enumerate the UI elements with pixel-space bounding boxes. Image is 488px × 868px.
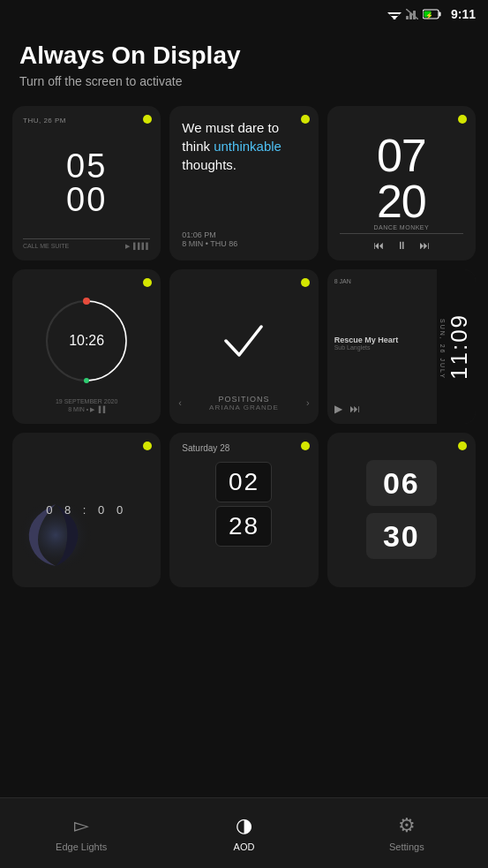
card4-footer: 19 SEPTEMBER 2020 8 MIN • ▶ ▐▐ [56,398,117,413]
card6-controls: ▶ ⏭ [334,403,430,415]
card2-content: We must dare to think unthinkable though… [169,106,318,260]
card4-info: 8 MIN • ▶ ▐▐ [56,406,117,413]
svg-rect-9 [439,12,440,17]
header: Always On Display Turn off the screen to… [0,28,488,97]
settings-label: Settings [389,842,424,852]
card8-date: Saturday 28 [178,443,229,453]
signal-icon [406,9,418,19]
card6-right: SUN, 26 JULY 11:09 [437,269,476,424]
svg-text:⚡: ⚡ [425,11,433,19]
card5-artist: ARIANA GRANDE [189,404,299,411]
card-quote[interactable]: We must dare to think unthinkable though… [169,106,318,260]
svg-point-14 [83,298,90,305]
selected-dot [458,115,467,124]
status-time: 9:11 [451,7,476,21]
card8-minute: 28 [215,506,272,547]
card6-song: Rescue My Heart [334,336,430,344]
edge-lights-label: Edge Lights [56,842,107,852]
nav-settings[interactable]: ⚙ Settings [326,814,488,852]
card3-time: 0720 [377,132,426,224]
card7-clock: 0 8 : 0 0 [46,503,127,517]
card6-content: 8 JAN Rescue My Heart Sub Langlets ▶ ⏭ S… [327,269,476,424]
aod-label: AOD [234,842,255,852]
card4-content: 10:26 19 SEPTEMBER 2020 8 MIN • ▶ ▐▐ [12,269,161,424]
card7-content: 0 8 : 0 0 [12,433,161,587]
card3-content: 0720 DANCE MONKEY ⏮ ⏸ ⏭ [327,106,476,260]
bottom-navigation: ▻ Edge Lights ◑ AOD ⚙ Settings [0,797,488,868]
card3-controls: ⏮ ⏸ ⏭ [340,239,463,252]
play-icon[interactable]: ▶ [334,403,342,415]
svg-point-15 [84,378,89,383]
selected-dot [458,442,467,450]
card5-nav: ‹ POSITIONS ARIANA GRANDE › [178,395,309,411]
card9-hour: 06 [366,460,437,506]
card6-time: 11:09 [446,313,473,380]
aod-icon: ◑ [236,814,252,837]
card2-quote-text: We must dare to think unthinkable though… [182,118,305,174]
card-rotated-date[interactable]: 8 JAN Rescue My Heart Sub Langlets ▶ ⏭ S… [327,269,476,424]
card-bordered-flip[interactable]: Saturday 28 02 28 [169,433,318,587]
card2-footer: 01:06 PM 8 MIN • THU 86 [182,230,237,248]
card1-content: THU, 26 PM 0500 CALL ME SUITE ▶ ▐▐ ▌▌ [12,106,161,260]
status-icons: ⚡ [387,9,442,19]
selected-dot [301,278,310,287]
status-bar: ⚡ 9:11 [0,0,488,28]
card6-artist: Sub Langlets [334,344,430,351]
svg-rect-4 [406,16,409,19]
selected-dot [301,442,310,450]
card2-info: 8 MIN • THU 86 [182,239,237,248]
card-digital-clock[interactable]: THU, 26 PM 0500 CALL ME SUITE ▶ ▐▐ ▌▌ [12,106,161,260]
grid-row-1: THU, 26 PM 0500 CALL ME SUITE ▶ ▐▐ ▌▌ We [12,106,476,260]
card-minimal-clock[interactable]: 0720 DANCE MONKEY ⏮ ⏸ ⏭ [327,106,476,260]
card1-divider [23,238,150,239]
card5-nav-wrap: ‹ POSITIONS ARIANA GRANDE › [178,395,309,411]
grid-row-2: 10:26 19 SEPTEMBER 2020 8 MIN • ▶ ▐▐ [12,269,476,424]
card6-left: 8 JAN Rescue My Heart Sub Langlets ▶ ⏭ [327,269,437,424]
next-icon[interactable]: ⏭ [349,403,360,415]
card1-controls: ▶ ▐▐ ▌▌ [125,243,151,250]
card5-content: ‹ POSITIONS ARIANA GRANDE › [169,269,318,424]
grid-row-3: 0 8 : 0 0 Saturday 28 02 28 06 30 [12,433,476,587]
card2-highlight: unthinkable [214,139,282,154]
settings-icon: ⚙ [398,814,416,837]
nav-edge-lights[interactable]: ▻ Edge Lights [0,814,162,852]
edge-lights-icon: ▻ [74,814,89,837]
card-moon-clock[interactable]: 0 8 : 0 0 [12,433,161,587]
card5-song: POSITIONS [189,395,299,404]
prev-icon[interactable]: ⏮ [373,239,384,252]
card9-minute: 30 [366,513,437,559]
card-checkmark[interactable]: ‹ POSITIONS ARIANA GRANDE › [169,269,318,424]
selected-dot [143,115,152,124]
card5-next[interactable]: › [306,397,310,408]
selected-dot [301,115,310,124]
card2-time: 01:06 PM [182,230,237,239]
wifi-icon [387,9,402,19]
card9-content: 06 30 [327,433,476,587]
card8-hour: 02 [215,462,272,502]
card5-prev[interactable]: ‹ [178,397,182,408]
card1-time: 0500 [66,149,107,216]
nav-aod[interactable]: ◑ AOD [162,814,325,852]
next-icon[interactable]: ⏭ [419,239,430,252]
card-circle-clock[interactable]: 10:26 19 SEPTEMBER 2020 8 MIN • ▶ ▐▐ [12,269,161,424]
battery-icon: ⚡ [423,9,442,19]
aod-grid: THU, 26 PM 0500 CALL ME SUITE ▶ ▐▐ ▌▌ We [0,97,488,596]
card6-date-label: SUN, 26 JULY [439,319,446,380]
card4-circle: 10:26 [42,297,131,385]
card3-progress [340,233,463,234]
pause-icon[interactable]: ⏸ [396,239,407,252]
page-subtitle: Turn off the screen to activate [19,74,469,88]
page-title: Always On Display [19,41,469,71]
checkmark-svg [213,307,274,369]
card-flip-clock[interactable]: 06 30 [327,433,476,587]
card8-content: Saturday 28 02 28 [169,433,318,587]
card6-badge: 8 JAN [334,278,430,284]
selected-dot [143,278,152,287]
card1-date: THU, 26 PM [23,117,66,125]
card1-footer: CALL ME SUITE ▶ ▐▐ ▌▌ [23,243,150,250]
card3-song: DANCE MONKEY [340,224,463,230]
card3-footer: DANCE MONKEY ⏮ ⏸ ⏭ [340,224,463,252]
card1-song: CALL ME SUITE [23,243,69,249]
card4-date: 19 SEPTEMBER 2020 [56,398,117,404]
card4-time-text: 10:26 [69,333,104,349]
